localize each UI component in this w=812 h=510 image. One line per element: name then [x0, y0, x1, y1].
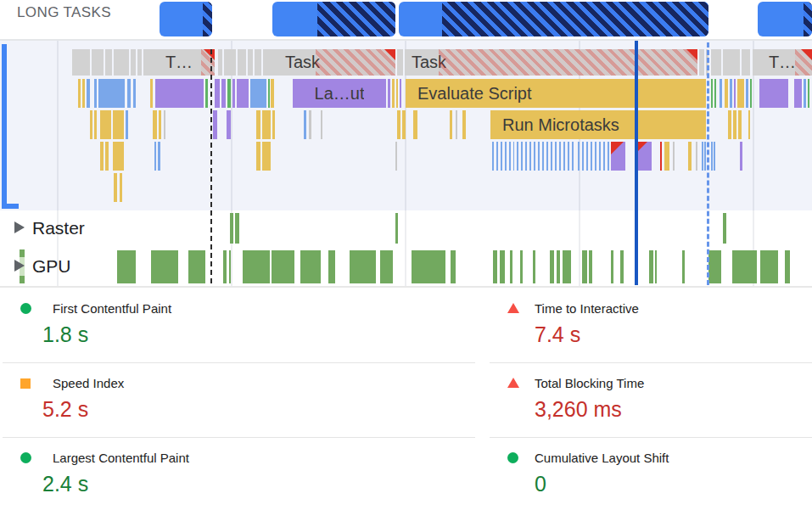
raster-activity-bar[interactable]	[230, 213, 233, 244]
flame-segment[interactable]	[94, 79, 97, 108]
gpu-track[interactable]: GPU	[0, 246, 812, 286]
flame-segment[interactable]	[734, 79, 736, 108]
gpu-activity-bar[interactable]	[223, 250, 227, 283]
gpu-expand-icon[interactable]	[14, 260, 25, 272]
long-task-marker[interactable]	[160, 2, 212, 36]
flame-segment[interactable]	[400, 79, 401, 108]
gpu-activity-bar[interactable]	[243, 250, 270, 283]
gpu-activity-bar[interactable]	[117, 250, 136, 283]
flame-segment[interactable]	[711, 79, 713, 108]
gpu-activity-bar[interactable]	[188, 250, 205, 283]
raster-expand-icon[interactable]	[14, 221, 25, 233]
flame-segment[interactable]	[392, 79, 395, 108]
flame-segment[interactable]	[164, 110, 165, 139]
flame-segment[interactable]	[748, 110, 750, 139]
flame-segment[interactable]	[578, 142, 609, 171]
flame-segment[interactable]	[704, 142, 706, 171]
flame-segment[interactable]	[413, 110, 417, 139]
flame-segment[interactable]	[153, 110, 157, 139]
flame-segment[interactable]	[395, 142, 397, 171]
flame-segment[interactable]	[450, 110, 452, 139]
flame-segment[interactable]	[720, 79, 722, 108]
flame-segment[interactable]	[740, 142, 742, 171]
flame-segment[interactable]	[397, 110, 400, 139]
flame-segment[interactable]	[100, 142, 104, 171]
flame-segment[interactable]	[402, 110, 406, 139]
gpu-activity-bar[interactable]	[493, 250, 497, 283]
flame-segment[interactable]	[218, 49, 222, 76]
gpu-activity-bar[interactable]	[708, 250, 721, 283]
gpu-activity-bar[interactable]	[533, 250, 535, 283]
flame-segment-task[interactable]: Task	[263, 49, 395, 76]
flame-segment[interactable]	[271, 79, 274, 108]
flame-segment[interactable]	[155, 79, 204, 108]
flame-segment[interactable]	[388, 79, 390, 108]
flame-segment[interactable]	[227, 110, 231, 139]
flame-segment[interactable]	[492, 142, 514, 171]
flame-segment[interactable]	[232, 79, 235, 108]
gpu-activity-bar[interactable]	[350, 250, 376, 283]
flame-segment[interactable]	[248, 49, 253, 76]
flame-segment[interactable]	[737, 79, 744, 108]
flame-segment[interactable]	[114, 49, 129, 76]
gpu-activity-bar[interactable]	[785, 250, 790, 283]
raster-activity-bar[interactable]	[235, 213, 239, 244]
gpu-activity-bar[interactable]	[563, 250, 571, 283]
gpu-activity-bar[interactable]	[272, 250, 294, 283]
flame-segment[interactable]	[205, 79, 208, 108]
flame-segment[interactable]	[215, 79, 220, 108]
flame-segment[interactable]	[673, 142, 675, 171]
flame-segment[interactable]	[309, 110, 311, 139]
flame-segment[interactable]	[742, 49, 750, 76]
gpu-activity-bar[interactable]	[380, 250, 393, 283]
gpu-activity-bar[interactable]	[229, 250, 231, 283]
flame-segment[interactable]	[137, 49, 142, 76]
flame-segment[interactable]	[321, 110, 322, 139]
flame-segment[interactable]	[131, 49, 136, 76]
flame-segment[interactable]	[100, 110, 111, 139]
gpu-activity-bar[interactable]	[682, 250, 685, 283]
flame-segment[interactable]	[304, 110, 306, 139]
flame-segment[interactable]	[98, 79, 125, 108]
long-task-marker[interactable]	[758, 2, 812, 36]
flame-segment[interactable]	[94, 110, 97, 139]
flame-segment[interactable]	[72, 49, 90, 76]
flame-segment-task[interactable]: Task	[405, 49, 697, 76]
gpu-activity-bar[interactable]	[732, 250, 757, 283]
flame-segment[interactable]	[730, 79, 732, 108]
flame-segment[interactable]	[221, 79, 226, 108]
flame-segment-evaluate-script[interactable]: Evaluate Script	[406, 79, 706, 108]
flame-segment[interactable]	[733, 110, 736, 139]
flame-segment-la-ut[interactable]: La…ut	[293, 79, 386, 108]
flame-segment[interactable]	[664, 142, 669, 171]
gpu-activity-bar[interactable]	[649, 250, 653, 283]
flame-segment[interactable]	[262, 110, 271, 139]
gpu-activity-bar[interactable]	[510, 250, 512, 283]
flame-segment[interactable]	[725, 79, 728, 108]
gpu-activity-bar[interactable]	[451, 250, 456, 283]
flame-segment[interactable]	[696, 142, 697, 171]
flame-segment-run-microtasks[interactable]: Run Microtasks	[490, 110, 706, 139]
gpu-activity-bar[interactable]	[557, 250, 560, 283]
flame-segment[interactable]	[255, 49, 261, 76]
flame-segment[interactable]	[688, 142, 692, 171]
flame-segment[interactable]	[82, 79, 85, 108]
flame-segment-t[interactable]: T…	[143, 49, 215, 76]
gpu-activity-bar[interactable]	[620, 250, 624, 283]
flame-segment[interactable]	[238, 49, 246, 76]
flame-segment[interactable]	[262, 142, 271, 171]
raster-track[interactable]: Raster	[0, 210, 812, 247]
raster-activity-bar[interactable]	[395, 213, 398, 244]
flame-segment[interactable]	[397, 49, 403, 76]
flame-segment[interactable]	[127, 79, 131, 108]
gpu-activity-bar[interactable]	[611, 250, 613, 283]
flame-segment[interactable]	[711, 142, 713, 171]
flame-segment[interactable]	[227, 79, 231, 108]
flame-segment[interactable]	[256, 110, 260, 139]
flame-segment[interactable]	[224, 49, 236, 76]
flame-chart[interactable]: T…TaskTaskT…La…utEvaluate ScriptRun Micr…	[0, 41, 812, 211]
flame-segment[interactable]	[808, 79, 809, 108]
flame-segment[interactable]	[78, 79, 81, 108]
flame-segment-t[interactable]: T…	[753, 49, 812, 76]
flame-segment[interactable]	[728, 110, 731, 139]
